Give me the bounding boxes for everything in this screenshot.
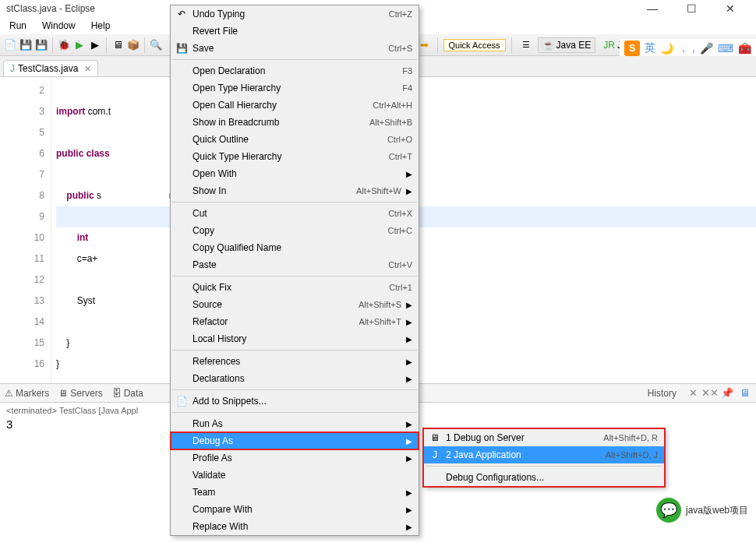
window-controls: — ☐ ✕ <box>641 2 742 15</box>
submenu-arrow-icon: ▶ <box>406 523 412 531</box>
submenu-arrow-icon: ▶ <box>406 375 412 383</box>
submenu-arrow-icon: ▶ <box>406 454 412 463</box>
menu-item-undo-typing[interactable]: ↶Undo TypingCtrl+Z <box>171 5 419 23</box>
debug-as-submenu[interactable]: 🖥 1 Debug on Server Alt+Shift+D, R J 2 J… <box>423 428 665 487</box>
menu-window[interactable]: Window <box>36 19 82 33</box>
submenu-arrow-icon: ▶ <box>406 437 412 446</box>
save-icon[interactable]: 💾 <box>19 38 33 52</box>
watermark-text: java版web项目 <box>686 504 748 517</box>
minimize-button[interactable]: — <box>641 2 664 15</box>
menu-item-references[interactable]: References▶ <box>171 353 419 370</box>
marker-column <box>0 77 12 383</box>
menu-item-debug-as[interactable]: Debug As▶ <box>171 432 419 449</box>
menu-item-show-in[interactable]: Show InAlt+Shift+W▶ <box>171 182 419 199</box>
save-all-icon[interactable]: 💾 <box>34 38 48 52</box>
menu-item-validate[interactable]: Validate <box>171 467 419 484</box>
new-icon[interactable]: 📄 <box>3 38 17 52</box>
submenu-debug-on-server[interactable]: 🖥 1 Debug on Server Alt+Shift+D, R <box>424 429 664 446</box>
tab-history[interactable]: History <box>648 388 677 399</box>
menu-item-save[interactable]: 💾SaveCtrl+S <box>171 40 419 57</box>
line-gutter: 235678910111213141516 <box>12 77 51 383</box>
menu-item-open-type-hierarchy[interactable]: Open Type HierarchyF4 <box>171 79 419 97</box>
remove-all-icon[interactable]: ✕✕ <box>703 386 717 400</box>
wechat-icon: 💬 <box>656 498 681 523</box>
submenu-arrow-icon: ▶ <box>406 187 412 196</box>
menu-item-copy[interactable]: CopyCtrl+C <box>171 222 419 239</box>
tab-label: TestClass.java <box>18 63 78 74</box>
menu-item-copy-qualified-name[interactable]: Copy Qualified Name <box>171 239 419 256</box>
tab-close-icon[interactable]: ✕ <box>84 64 91 74</box>
menu-item-quick-type-hierarchy[interactable]: Quick Type HierarchyCtrl+T <box>171 148 419 165</box>
menu-item-cut[interactable]: CutCtrl+X <box>171 205 419 222</box>
ime-punct[interactable]: ， , <box>678 41 695 55</box>
submenu-arrow-icon: ▶ <box>406 335 412 343</box>
watermark: 💬 java版web项目 <box>656 498 748 523</box>
editor-tab-testclass[interactable]: J TestClass.java ✕ <box>3 60 98 76</box>
menu-item-add-to-snippets-[interactable]: 📄Add to Snippets... <box>171 393 419 410</box>
pin-console-icon[interactable]: 📌 <box>720 386 734 400</box>
submenu-arrow-icon: ▶ <box>406 301 412 309</box>
menu-item-quick-outline[interactable]: Quick OutlineCtrl+O <box>171 131 419 148</box>
display-console-icon[interactable]: 🖥 <box>737 386 751 400</box>
menu-help[interactable]: Help <box>85 19 117 33</box>
java-app-icon: J <box>424 449 446 460</box>
menu-item-refactor[interactable]: RefactorAlt+Shift+T▶ <box>171 313 419 330</box>
menu-item-paste[interactable]: PasteCtrl+V <box>171 256 419 273</box>
remove-launch-icon[interactable]: ✕ <box>686 386 700 400</box>
menu-run[interactable]: Run <box>3 19 33 33</box>
ime-lang[interactable]: 英 <box>645 41 655 55</box>
menu-item-team[interactable]: Team▶ <box>171 484 419 501</box>
menu-item-open-call-hierarchy[interactable]: Open Call HierarchyCtrl+Alt+H <box>171 97 419 114</box>
java-file-icon: J <box>10 63 15 74</box>
menu-item-declarations[interactable]: Declarations▶ <box>171 370 419 387</box>
menu-item-revert-file[interactable]: Revert File <box>171 23 419 40</box>
maximize-button[interactable]: ☐ <box>680 2 703 15</box>
new-server-icon[interactable]: 🖥 <box>111 38 125 52</box>
menu-item-open-with[interactable]: Open With▶ <box>171 165 419 182</box>
tab-data[interactable]: 🗄Data <box>112 388 143 399</box>
ime-moon-icon[interactable]: 🌙 <box>660 42 673 55</box>
menu-item-local-history[interactable]: Local History▶ <box>171 330 419 347</box>
markers-icon: ⚠ <box>5 388 13 399</box>
menu-item-compare-with[interactable]: Compare With▶ <box>171 501 419 518</box>
search-icon[interactable]: 🔍 <box>149 38 163 52</box>
console-toolbar: ✕ ✕✕ 📌 🖥 <box>686 386 751 400</box>
quick-access[interactable]: Quick Access <box>443 39 506 51</box>
ime-keyboard-icon[interactable]: ⌨ <box>718 42 733 55</box>
ime-toolbox-icon[interactable]: 🧰 <box>738 42 751 55</box>
run-icon[interactable]: ▶ <box>72 38 87 52</box>
submenu-arrow-icon: ▶ <box>406 170 412 178</box>
server-icon: 🖥 <box>424 432 446 443</box>
submenu-arrow-icon: ▶ <box>406 420 412 428</box>
menu-item-profile-as[interactable]: Profile As▶ <box>171 449 419 467</box>
servers-icon: 🖥 <box>58 388 68 399</box>
menu-item-show-in-breadcrumb[interactable]: Show in BreadcrumbAlt+Shift+B <box>171 114 419 131</box>
menu-item-run-as[interactable]: Run As▶ <box>171 415 419 432</box>
open-perspective-icon[interactable]: ☰ <box>518 37 535 52</box>
ime-sogou-icon[interactable]: S <box>624 41 640 56</box>
submenu-java-application[interactable]: J 2 Java Application Alt+Shift+D, J <box>424 446 664 463</box>
perspective-java-ee[interactable]: ☕Java EE <box>538 37 596 53</box>
menu-item-quick-fix[interactable]: Quick FixCtrl+1 <box>171 279 419 296</box>
ime-mic-icon[interactable]: 🎤 <box>700 42 713 55</box>
submenu-arrow-icon: ▶ <box>406 318 412 326</box>
tab-servers[interactable]: 🖥Servers <box>58 388 102 399</box>
menu-item-source[interactable]: SourceAlt+Shift+S▶ <box>171 296 419 313</box>
ime-bar: S 英 🌙 ， , 🎤 ⌨ 🧰 <box>620 39 756 58</box>
tab-markers[interactable]: ⚠Markers <box>5 388 49 399</box>
menu-item-open-declaration[interactable]: Open DeclarationF3 <box>171 62 419 79</box>
submenu-arrow-icon: ▶ <box>406 505 412 514</box>
submenu-arrow-icon: ▶ <box>406 488 412 497</box>
debug-icon[interactable]: 🐞 <box>57 38 71 52</box>
context-menu[interactable]: ↶Undo TypingCtrl+ZRevert File💾SaveCtrl+S… <box>170 5 419 536</box>
close-button[interactable]: ✕ <box>719 2 742 15</box>
nav-fwd-icon[interactable]: ➡ <box>418 38 432 52</box>
new-package-icon[interactable]: 📦 <box>126 38 140 52</box>
menu-item-replace-with[interactable]: Replace With▶ <box>171 518 419 535</box>
submenu-debug-configurations[interactable]: Debug Configurations... <box>424 469 664 486</box>
run-last-icon[interactable]: ▶ <box>88 38 102 52</box>
submenu-arrow-icon: ▶ <box>406 358 412 366</box>
data-icon: 🗄 <box>112 388 122 399</box>
